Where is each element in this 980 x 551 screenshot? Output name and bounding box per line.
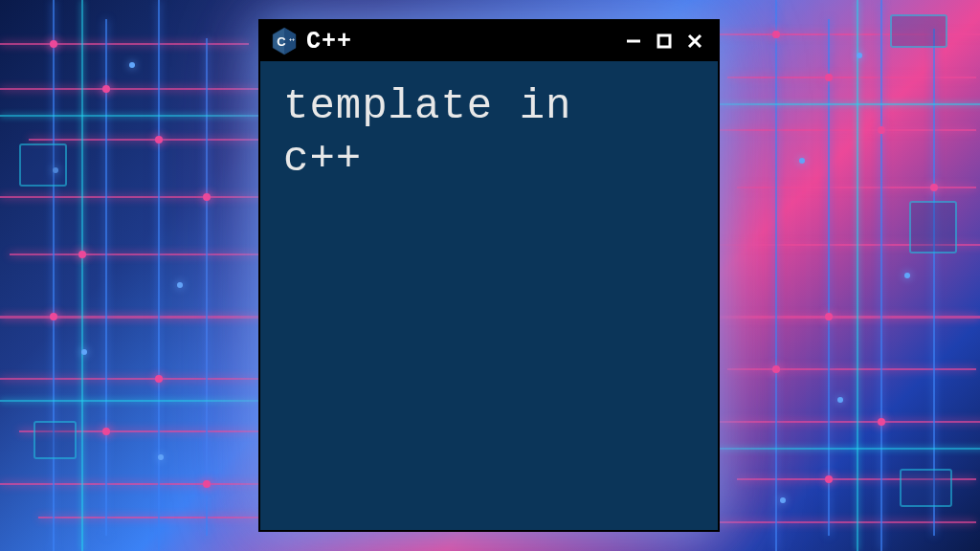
title-bar-left: C + + C++ <box>272 27 352 55</box>
terminal-body: template in c++ <box>260 61 718 205</box>
minimize-button[interactable] <box>622 30 645 53</box>
title-bar[interactable]: C + + C++ <box>260 21 718 61</box>
close-button[interactable] <box>683 30 706 53</box>
terminal-content-line2: c++ <box>283 133 695 186</box>
svg-text:C: C <box>277 34 286 49</box>
cpp-icon: C + + <box>272 27 297 55</box>
window-controls <box>622 30 706 53</box>
maximize-button[interactable] <box>653 30 676 53</box>
terminal-window: C + + C++ <box>258 19 720 532</box>
terminal-content-line1: template in <box>283 80 695 133</box>
svg-text:+: + <box>292 36 295 42</box>
svg-rect-6 <box>658 35 670 47</box>
window-title: C++ <box>306 28 352 55</box>
